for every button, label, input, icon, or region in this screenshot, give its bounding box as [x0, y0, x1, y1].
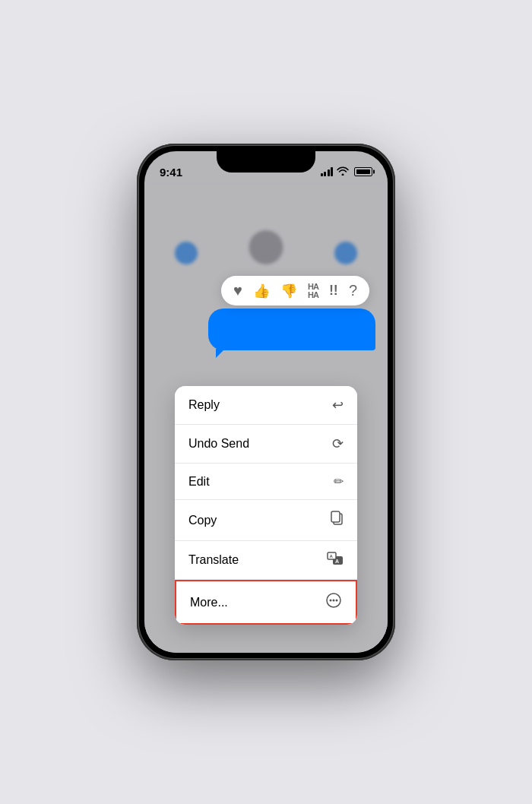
message-bubble — [208, 309, 375, 350]
message-area: ♥ 👍 👎 HAHA !! ? — [144, 276, 388, 350]
menu-item-more[interactable]: More... — [175, 580, 357, 625]
svg-point-9 — [336, 600, 338, 602]
signal-icon — [321, 167, 334, 176]
menu-label-undo-send: Undo Send — [188, 437, 249, 451]
reaction-heart[interactable]: ♥ — [233, 282, 242, 299]
context-menu: Reply ↩ Undo Send ⟳ Edit ✏ Copy — [175, 386, 357, 625]
wifi-icon — [337, 166, 349, 178]
menu-label-edit: Edit — [188, 475, 210, 489]
menu-item-edit[interactable]: Edit ✏ — [175, 464, 357, 500]
reply-icon: ↩ — [332, 397, 344, 413]
svg-point-7 — [330, 600, 332, 602]
status-icons — [321, 166, 373, 178]
menu-item-undo-send[interactable]: Undo Send ⟳ — [175, 425, 357, 464]
translate-icon: A A — [327, 552, 344, 568]
copy-icon — [330, 511, 344, 530]
reaction-exclamation[interactable]: !! — [329, 283, 338, 299]
menu-item-reply[interactable]: Reply ↩ — [175, 386, 357, 425]
menu-label-translate: Translate — [188, 553, 239, 567]
reaction-thumbsup[interactable]: 👍 — [253, 283, 270, 299]
edit-icon: ✏ — [334, 474, 344, 489]
reaction-question[interactable]: ? — [349, 282, 357, 299]
reaction-haha[interactable]: HAHA — [308, 283, 318, 299]
menu-item-translate[interactable]: Translate A A — [175, 541, 357, 580]
svg-point-8 — [333, 600, 335, 602]
menu-item-copy[interactable]: Copy — [175, 500, 357, 541]
svg-text:A: A — [330, 554, 334, 559]
menu-label-more: More... — [190, 596, 228, 609]
battery-icon — [354, 167, 372, 176]
phone-screen: 9:41 — [144, 151, 388, 653]
menu-label-copy: Copy — [188, 514, 217, 527]
menu-label-reply: Reply — [188, 398, 220, 412]
svg-rect-1 — [331, 511, 340, 522]
more-icon — [325, 592, 342, 612]
reaction-thumbsdown[interactable]: 👎 — [280, 283, 297, 299]
status-time: 9:41 — [160, 166, 182, 179]
phone-frame: 9:41 — [137, 144, 395, 660]
notch — [217, 151, 315, 173]
reaction-bar: ♥ 👍 👎 HAHA !! ? — [221, 276, 369, 305]
undo-send-icon: ⟳ — [332, 435, 344, 452]
